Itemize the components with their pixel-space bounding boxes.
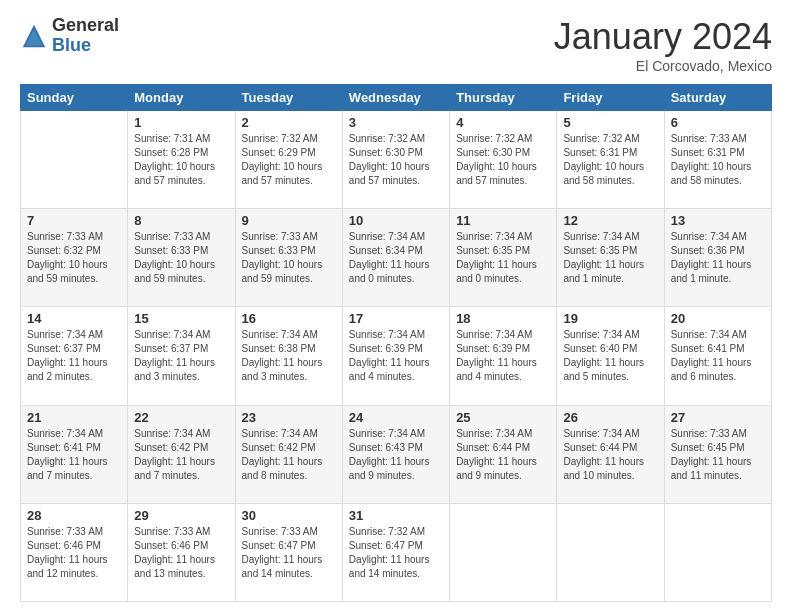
day-header-friday: Friday <box>557 85 664 111</box>
calendar-week-4: 28Sunrise: 7:33 AM Sunset: 6:46 PM Dayli… <box>21 503 772 601</box>
calendar-cell: 26Sunrise: 7:34 AM Sunset: 6:44 PM Dayli… <box>557 405 664 503</box>
day-number: 16 <box>242 311 336 326</box>
calendar-cell: 2Sunrise: 7:32 AM Sunset: 6:29 PM Daylig… <box>235 111 342 209</box>
calendar-cell: 18Sunrise: 7:34 AM Sunset: 6:39 PM Dayli… <box>450 307 557 405</box>
day-info: Sunrise: 7:33 AM Sunset: 6:32 PM Dayligh… <box>27 230 121 286</box>
day-info: Sunrise: 7:34 AM Sunset: 6:35 PM Dayligh… <box>456 230 550 286</box>
day-info: Sunrise: 7:34 AM Sunset: 6:41 PM Dayligh… <box>671 328 765 384</box>
day-info: Sunrise: 7:33 AM Sunset: 6:45 PM Dayligh… <box>671 427 765 483</box>
day-header-wednesday: Wednesday <box>342 85 449 111</box>
header: General Blue January 2024 El Corcovado, … <box>20 16 772 74</box>
day-number: 6 <box>671 115 765 130</box>
day-number: 15 <box>134 311 228 326</box>
calendar-cell: 27Sunrise: 7:33 AM Sunset: 6:45 PM Dayli… <box>664 405 771 503</box>
calendar-cell: 24Sunrise: 7:34 AM Sunset: 6:43 PM Dayli… <box>342 405 449 503</box>
logo: General Blue <box>20 16 119 56</box>
day-info: Sunrise: 7:32 AM Sunset: 6:31 PM Dayligh… <box>563 132 657 188</box>
day-number: 31 <box>349 508 443 523</box>
day-number: 26 <box>563 410 657 425</box>
day-info: Sunrise: 7:33 AM Sunset: 6:33 PM Dayligh… <box>134 230 228 286</box>
day-info: Sunrise: 7:34 AM Sunset: 6:39 PM Dayligh… <box>456 328 550 384</box>
calendar-cell: 11Sunrise: 7:34 AM Sunset: 6:35 PM Dayli… <box>450 209 557 307</box>
day-header-monday: Monday <box>128 85 235 111</box>
day-info: Sunrise: 7:34 AM Sunset: 6:41 PM Dayligh… <box>27 427 121 483</box>
day-number: 17 <box>349 311 443 326</box>
calendar-cell: 30Sunrise: 7:33 AM Sunset: 6:47 PM Dayli… <box>235 503 342 601</box>
logo-icon <box>20 22 48 50</box>
calendar-cell: 9Sunrise: 7:33 AM Sunset: 6:33 PM Daylig… <box>235 209 342 307</box>
day-number: 14 <box>27 311 121 326</box>
day-info: Sunrise: 7:34 AM Sunset: 6:44 PM Dayligh… <box>563 427 657 483</box>
day-number: 9 <box>242 213 336 228</box>
calendar-cell: 23Sunrise: 7:34 AM Sunset: 6:42 PM Dayli… <box>235 405 342 503</box>
day-info: Sunrise: 7:34 AM Sunset: 6:38 PM Dayligh… <box>242 328 336 384</box>
day-number: 25 <box>456 410 550 425</box>
logo-general: General <box>52 16 119 36</box>
calendar-cell: 21Sunrise: 7:34 AM Sunset: 6:41 PM Dayli… <box>21 405 128 503</box>
calendar-header-row: SundayMondayTuesdayWednesdayThursdayFrid… <box>21 85 772 111</box>
day-number: 7 <box>27 213 121 228</box>
day-info: Sunrise: 7:33 AM Sunset: 6:47 PM Dayligh… <box>242 525 336 581</box>
day-info: Sunrise: 7:34 AM Sunset: 6:39 PM Dayligh… <box>349 328 443 384</box>
calendar-cell: 4Sunrise: 7:32 AM Sunset: 6:30 PM Daylig… <box>450 111 557 209</box>
calendar-cell: 19Sunrise: 7:34 AM Sunset: 6:40 PM Dayli… <box>557 307 664 405</box>
day-header-tuesday: Tuesday <box>235 85 342 111</box>
calendar-cell: 16Sunrise: 7:34 AM Sunset: 6:38 PM Dayli… <box>235 307 342 405</box>
calendar-cell: 6Sunrise: 7:33 AM Sunset: 6:31 PM Daylig… <box>664 111 771 209</box>
calendar-cell <box>664 503 771 601</box>
day-number: 19 <box>563 311 657 326</box>
day-info: Sunrise: 7:31 AM Sunset: 6:28 PM Dayligh… <box>134 132 228 188</box>
calendar-cell: 28Sunrise: 7:33 AM Sunset: 6:46 PM Dayli… <box>21 503 128 601</box>
title-section: January 2024 El Corcovado, Mexico <box>554 16 772 74</box>
day-number: 4 <box>456 115 550 130</box>
day-info: Sunrise: 7:34 AM Sunset: 6:37 PM Dayligh… <box>27 328 121 384</box>
page: General Blue January 2024 El Corcovado, … <box>0 0 792 612</box>
day-info: Sunrise: 7:32 AM Sunset: 6:30 PM Dayligh… <box>456 132 550 188</box>
calendar-cell: 10Sunrise: 7:34 AM Sunset: 6:34 PM Dayli… <box>342 209 449 307</box>
day-header-saturday: Saturday <box>664 85 771 111</box>
day-number: 18 <box>456 311 550 326</box>
calendar-cell: 13Sunrise: 7:34 AM Sunset: 6:36 PM Dayli… <box>664 209 771 307</box>
calendar-week-0: 1Sunrise: 7:31 AM Sunset: 6:28 PM Daylig… <box>21 111 772 209</box>
logo-text: General Blue <box>52 16 119 56</box>
calendar-cell: 7Sunrise: 7:33 AM Sunset: 6:32 PM Daylig… <box>21 209 128 307</box>
day-number: 1 <box>134 115 228 130</box>
day-number: 29 <box>134 508 228 523</box>
calendar-cell: 14Sunrise: 7:34 AM Sunset: 6:37 PM Dayli… <box>21 307 128 405</box>
day-info: Sunrise: 7:32 AM Sunset: 6:47 PM Dayligh… <box>349 525 443 581</box>
day-number: 5 <box>563 115 657 130</box>
calendar-cell: 15Sunrise: 7:34 AM Sunset: 6:37 PM Dayli… <box>128 307 235 405</box>
calendar-cell: 17Sunrise: 7:34 AM Sunset: 6:39 PM Dayli… <box>342 307 449 405</box>
calendar-cell: 3Sunrise: 7:32 AM Sunset: 6:30 PM Daylig… <box>342 111 449 209</box>
day-number: 21 <box>27 410 121 425</box>
calendar-cell: 22Sunrise: 7:34 AM Sunset: 6:42 PM Dayli… <box>128 405 235 503</box>
calendar-cell <box>557 503 664 601</box>
day-info: Sunrise: 7:34 AM Sunset: 6:42 PM Dayligh… <box>242 427 336 483</box>
day-number: 24 <box>349 410 443 425</box>
calendar-week-1: 7Sunrise: 7:33 AM Sunset: 6:32 PM Daylig… <box>21 209 772 307</box>
day-number: 10 <box>349 213 443 228</box>
day-number: 2 <box>242 115 336 130</box>
day-number: 22 <box>134 410 228 425</box>
calendar-cell: 8Sunrise: 7:33 AM Sunset: 6:33 PM Daylig… <box>128 209 235 307</box>
day-info: Sunrise: 7:34 AM Sunset: 6:37 PM Dayligh… <box>134 328 228 384</box>
calendar-cell <box>21 111 128 209</box>
day-info: Sunrise: 7:33 AM Sunset: 6:46 PM Dayligh… <box>27 525 121 581</box>
calendar-cell: 5Sunrise: 7:32 AM Sunset: 6:31 PM Daylig… <box>557 111 664 209</box>
day-info: Sunrise: 7:33 AM Sunset: 6:33 PM Dayligh… <box>242 230 336 286</box>
day-number: 3 <box>349 115 443 130</box>
calendar-week-3: 21Sunrise: 7:34 AM Sunset: 6:41 PM Dayli… <box>21 405 772 503</box>
day-info: Sunrise: 7:34 AM Sunset: 6:34 PM Dayligh… <box>349 230 443 286</box>
day-number: 11 <box>456 213 550 228</box>
day-info: Sunrise: 7:33 AM Sunset: 6:46 PM Dayligh… <box>134 525 228 581</box>
day-info: Sunrise: 7:34 AM Sunset: 6:42 PM Dayligh… <box>134 427 228 483</box>
month-title: January 2024 <box>554 16 772 58</box>
day-number: 27 <box>671 410 765 425</box>
day-info: Sunrise: 7:34 AM Sunset: 6:43 PM Dayligh… <box>349 427 443 483</box>
day-info: Sunrise: 7:34 AM Sunset: 6:36 PM Dayligh… <box>671 230 765 286</box>
logo-blue: Blue <box>52 36 119 56</box>
day-number: 13 <box>671 213 765 228</box>
calendar-cell: 12Sunrise: 7:34 AM Sunset: 6:35 PM Dayli… <box>557 209 664 307</box>
calendar: SundayMondayTuesdayWednesdayThursdayFrid… <box>20 84 772 602</box>
day-number: 8 <box>134 213 228 228</box>
